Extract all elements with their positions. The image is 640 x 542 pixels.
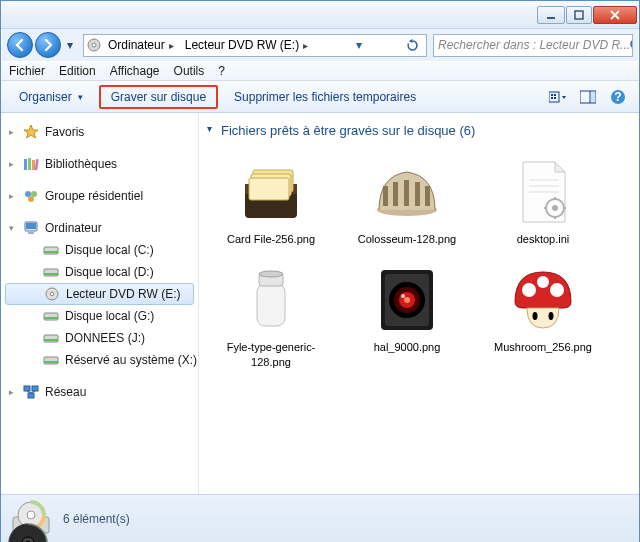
svg-rect-47	[249, 178, 289, 200]
section-header[interactable]: Fichiers prêts à être gravés sur le disq…	[207, 123, 631, 138]
organize-button[interactable]: Organiser	[11, 86, 91, 108]
svg-rect-10	[554, 97, 556, 99]
status-text: 6 élément(s)	[63, 512, 130, 526]
preview-pane-button[interactable]	[577, 86, 599, 108]
close-button[interactable]	[593, 6, 637, 24]
sidebar-computer[interactable]: Ordinateur	[1, 217, 198, 239]
forward-button[interactable]	[35, 32, 61, 58]
svg-text:?: ?	[614, 90, 621, 104]
address-bar[interactable]: Ordinateur Lecteur DVD RW (E:) ▾	[83, 34, 427, 57]
svg-rect-16	[24, 159, 27, 170]
menu-file[interactable]: Fichier	[9, 64, 45, 78]
star-icon	[23, 124, 39, 140]
sidebar-homegroup[interactable]: Groupe résidentiel	[1, 185, 198, 207]
svg-point-21	[31, 191, 37, 197]
svg-point-78	[549, 312, 554, 320]
drive-icon	[43, 308, 59, 324]
svg-point-20	[25, 191, 31, 197]
nav-history-dropdown[interactable]: ▾	[63, 34, 77, 56]
sidebar-drive-j[interactable]: DONNEES (J:)	[1, 327, 198, 349]
svg-rect-39	[32, 386, 38, 391]
file-item[interactable]: Mushroom_256.png	[479, 258, 607, 375]
drive-icon	[43, 352, 59, 368]
svg-point-3	[92, 43, 96, 47]
drive-icon	[43, 242, 59, 258]
file-item[interactable]: desktop.ini	[479, 150, 607, 252]
svg-rect-24	[26, 223, 36, 229]
file-name: Mushroom_256.png	[494, 340, 592, 354]
menu-help[interactable]: ?	[218, 64, 225, 78]
file-item[interactable]: Colosseum-128.png	[343, 150, 471, 252]
svg-rect-13	[591, 92, 595, 102]
svg-point-81	[27, 511, 35, 519]
svg-rect-63	[257, 284, 285, 326]
maximize-button[interactable]	[566, 6, 592, 24]
svg-point-72	[404, 297, 410, 303]
minimize-button[interactable]	[537, 6, 565, 24]
network-icon	[23, 384, 39, 400]
file-name: Card File-256.png	[227, 232, 315, 246]
view-options-button[interactable]	[547, 86, 569, 108]
file-item[interactable]: Fyle-type-generic-128.png	[207, 258, 335, 375]
svg-rect-7	[551, 94, 553, 96]
svg-point-22	[28, 196, 34, 202]
menu-view[interactable]: Affichage	[110, 64, 160, 78]
svg-rect-25	[28, 232, 34, 234]
sidebar-drive-x[interactable]: Réservé au système (X:)	[1, 349, 198, 371]
svg-rect-19	[35, 159, 39, 170]
svg-rect-51	[404, 180, 409, 206]
sidebar-drive-c[interactable]: Disque local (C:)	[1, 239, 198, 261]
sidebar-network[interactable]: Réseau	[1, 381, 198, 403]
cardfile-icon	[235, 156, 307, 228]
breadcrumb-computer[interactable]: Ordinateur	[104, 35, 181, 56]
svg-point-4	[631, 40, 633, 48]
sidebar-drive-e[interactable]: Lecteur DVD RW (E:)	[5, 283, 194, 305]
svg-point-65	[259, 271, 283, 277]
search-input[interactable]: Rechercher dans : Lecteur DVD R...	[433, 34, 633, 57]
svg-point-74	[522, 283, 536, 297]
svg-point-58	[552, 205, 558, 211]
titlebar	[1, 1, 639, 29]
svg-rect-37	[44, 361, 58, 363]
svg-rect-1	[575, 11, 583, 19]
jar-icon	[235, 264, 307, 336]
menu-tools[interactable]: Outils	[174, 64, 205, 78]
file-list: Fichiers prêts à être gravés sur le disq…	[199, 113, 639, 494]
mushroom-icon	[507, 264, 579, 336]
sidebar-favorites[interactable]: Favoris	[1, 121, 198, 143]
file-name: hal_9000.png	[374, 340, 441, 354]
colosseum-icon	[371, 156, 443, 228]
svg-rect-9	[551, 97, 553, 99]
sidebar-drive-g[interactable]: Disque local (G:)	[1, 305, 198, 327]
svg-rect-27	[44, 251, 58, 253]
homegroup-icon	[23, 188, 39, 204]
address-dropdown[interactable]: ▾	[351, 35, 367, 56]
svg-point-75	[550, 283, 564, 297]
search-icon	[630, 39, 633, 52]
svg-rect-35	[44, 339, 58, 341]
svg-rect-40	[28, 393, 34, 398]
ini-file-icon	[507, 156, 579, 228]
dvd-drive-icon	[44, 286, 60, 302]
toolbar: Organiser Graver sur disque Supprimer le…	[1, 81, 639, 113]
explorer-window: ▾ Ordinateur Lecteur DVD RW (E:) ▾ Reche…	[0, 0, 640, 542]
menu-edit[interactable]: Edition	[59, 64, 96, 78]
svg-rect-17	[28, 158, 31, 170]
search-placeholder: Rechercher dans : Lecteur DVD R...	[438, 38, 630, 52]
file-item[interactable]: hal_9000.png	[343, 258, 471, 375]
sidebar-drive-d[interactable]: Disque local (D:)	[1, 261, 198, 283]
delete-temp-files-button[interactable]: Supprimer les fichiers temporaires	[226, 86, 424, 108]
sidebar-libraries[interactable]: Bibliothèques	[1, 153, 198, 175]
svg-rect-53	[425, 186, 430, 206]
menubar: Fichier Edition Affichage Outils ?	[1, 61, 639, 81]
help-button[interactable]: ?	[607, 86, 629, 108]
burn-to-disc-button[interactable]: Graver sur disque	[99, 85, 218, 109]
svg-rect-49	[383, 186, 388, 206]
statusbar: 6 élément(s)	[1, 494, 639, 542]
refresh-button[interactable]	[402, 35, 424, 56]
svg-rect-8	[554, 94, 556, 96]
back-button[interactable]	[7, 32, 33, 58]
breadcrumb-drive[interactable]: Lecteur DVD RW (E:)	[181, 35, 315, 56]
file-item[interactable]: Card File-256.png	[207, 150, 335, 252]
navbar: ▾ Ordinateur Lecteur DVD RW (E:) ▾ Reche…	[1, 29, 639, 61]
